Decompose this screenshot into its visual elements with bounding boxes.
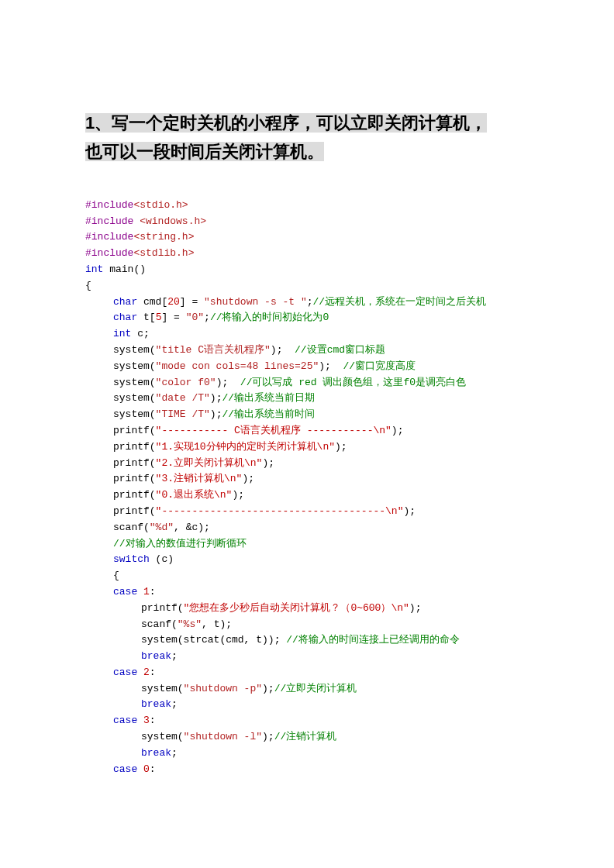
code-line: { bbox=[85, 568, 529, 584]
code-token: <stdio.h> bbox=[133, 199, 188, 211]
code-line: switch (c) bbox=[85, 552, 529, 568]
code-token: ; bbox=[171, 650, 178, 662]
code-token: ); bbox=[271, 344, 295, 356]
code-line: scanf("%d", &c); bbox=[85, 520, 529, 536]
code-token: : bbox=[150, 586, 156, 598]
code-token: //对输入的数值进行判断循环 bbox=[113, 538, 247, 549]
code-line: char cmd[20] = "shutdown -s -t ";//远程关机，… bbox=[85, 294, 529, 311]
code-token: printf( bbox=[141, 602, 184, 614]
code-token: scanf( bbox=[141, 618, 178, 630]
code-token: ); bbox=[262, 457, 274, 469]
code-token: //设置cmd窗口标题 bbox=[295, 344, 385, 356]
code-line: int main() bbox=[85, 262, 529, 278]
code-token: ; bbox=[204, 312, 210, 323]
code-token: printf( bbox=[113, 457, 156, 469]
code-token: switch bbox=[113, 553, 150, 565]
code-line: printf("您想在多少秒后自动关闭计算机？（0~600）\n"); bbox=[85, 601, 529, 617]
code-token: char bbox=[113, 296, 137, 308]
code-token: system( bbox=[113, 392, 156, 404]
code-token: { bbox=[85, 280, 91, 291]
code-token: : bbox=[150, 666, 156, 678]
code-token: "2.立即关闭计算机\n" bbox=[156, 457, 263, 469]
code-line: break; bbox=[85, 746, 529, 762]
code-line: char t[5] = "0";//将输入的时间初始化为0 bbox=[85, 310, 529, 326]
code-token: t[ bbox=[137, 312, 155, 323]
code-token: //窗口宽度高度 bbox=[343, 360, 416, 372]
code-line: system("mode con cols=48 lines=25"); //窗… bbox=[85, 359, 529, 375]
code-line: printf("3.注销计算机\n"); bbox=[85, 471, 529, 487]
heading: 1、写一个定时关机的小程序，可以立即关闭计算机， 也可以一段时间后关闭计算机。 bbox=[85, 108, 529, 167]
code-token: ; bbox=[171, 747, 178, 759]
code-token: ); bbox=[210, 408, 222, 420]
code-token: ); bbox=[262, 683, 274, 694]
code-line: case 2: bbox=[85, 665, 529, 681]
code-token: ); bbox=[403, 505, 416, 517]
code-token: , t); bbox=[202, 618, 232, 630]
code-token: (c) bbox=[150, 553, 174, 565]
code-line: #include<stdlib.h> bbox=[85, 246, 529, 262]
code-token: c; bbox=[131, 328, 149, 339]
code-token bbox=[137, 715, 143, 726]
code-token: "title C语言关机程序" bbox=[156, 344, 271, 356]
code-token: ); bbox=[409, 602, 422, 614]
code-token: "0" bbox=[186, 312, 204, 323]
code-line: #include <windows.h> bbox=[85, 214, 529, 230]
code-line: system("TIME /T");//输出系统当前时间 bbox=[85, 407, 529, 423]
code-token: , &c); bbox=[174, 522, 210, 533]
code-line: case 3: bbox=[85, 713, 529, 729]
code-token: break bbox=[141, 747, 171, 759]
code-token: int bbox=[113, 328, 131, 339]
code-token: main() bbox=[103, 264, 146, 275]
code-line: printf("----------- C语言关机程序 -----------\… bbox=[85, 423, 529, 439]
code-token: case bbox=[113, 763, 137, 775]
code-token: "3.注销计算机\n" bbox=[156, 473, 243, 484]
code-token: #include bbox=[85, 247, 133, 259]
code-line: system("shutdown -p");//立即关闭计算机 bbox=[85, 681, 529, 698]
code-token: //将输入的时间连接上已经调用的命令 bbox=[286, 634, 460, 646]
code-line: printf("2.立即关闭计算机\n"); bbox=[85, 456, 529, 472]
code-token: cmd[ bbox=[137, 296, 167, 308]
document-page: 1、写一个定时关机的小程序，可以立即关闭计算机， 也可以一段时间后关闭计算机。 … bbox=[0, 0, 614, 868]
code-token: "-------------------------------------\n… bbox=[156, 505, 404, 517]
code-line: system("date /T");//输出系统当前日期 bbox=[85, 391, 529, 407]
code-token: "%s" bbox=[178, 618, 202, 630]
code-token: <string.h> bbox=[133, 231, 194, 243]
code-token bbox=[137, 666, 143, 678]
code-token: ] = bbox=[180, 296, 204, 308]
code-token: system( bbox=[141, 683, 184, 694]
code-token: int bbox=[85, 264, 103, 275]
code-token: #include bbox=[85, 231, 133, 243]
code-token: //远程关机，系统在一定时间之后关机 bbox=[313, 296, 487, 308]
code-line: system(strcat(cmd, t)); //将输入的时间连接上已经调用的… bbox=[85, 632, 529, 649]
code-token: "date /T" bbox=[156, 392, 210, 404]
code-token: //输出系统当前日期 bbox=[222, 392, 315, 404]
code-line: case 1: bbox=[85, 584, 529, 601]
code-token: ); bbox=[242, 473, 254, 484]
code-token: #include bbox=[85, 199, 133, 211]
code-token: system( bbox=[141, 731, 184, 742]
code-line: system("title C语言关机程序"); //设置cmd窗口标题 bbox=[85, 343, 529, 359]
code-line: printf("1.实现10分钟内的定时关闭计算机\n"); bbox=[85, 439, 529, 456]
code-line: { bbox=[85, 278, 529, 294]
heading-line2: 也可以一段时间后关闭计算机。 bbox=[85, 142, 324, 161]
code-token: <stdlib.h> bbox=[133, 247, 194, 259]
code-token: //输出系统当前时间 bbox=[222, 408, 315, 420]
code-token: 20 bbox=[167, 296, 180, 308]
code-token: { bbox=[113, 570, 119, 581]
code-line: printf("0.退出系统\n"); bbox=[85, 487, 529, 504]
code-token: printf( bbox=[113, 505, 156, 517]
code-token: 2 bbox=[143, 666, 150, 678]
code-token: printf( bbox=[113, 441, 156, 453]
code-token: printf( bbox=[113, 473, 156, 484]
code-token: case bbox=[113, 586, 137, 598]
code-token: ); bbox=[232, 489, 244, 501]
code-token: ; bbox=[171, 698, 178, 710]
code-token: //可以写成 red 调出颜色组，这里f0是调亮白色 bbox=[240, 377, 466, 388]
code-token: "shutdown -s -t " bbox=[204, 296, 307, 308]
code-token: "mode con cols=48 lines=25" bbox=[156, 360, 319, 372]
code-token: printf( bbox=[113, 425, 156, 436]
code-line: scanf("%s", t); bbox=[85, 617, 529, 633]
code-token: "0.退出系统\n" bbox=[156, 489, 233, 501]
code-token: ); bbox=[392, 425, 404, 436]
code-token: //注销计算机 bbox=[274, 731, 337, 742]
